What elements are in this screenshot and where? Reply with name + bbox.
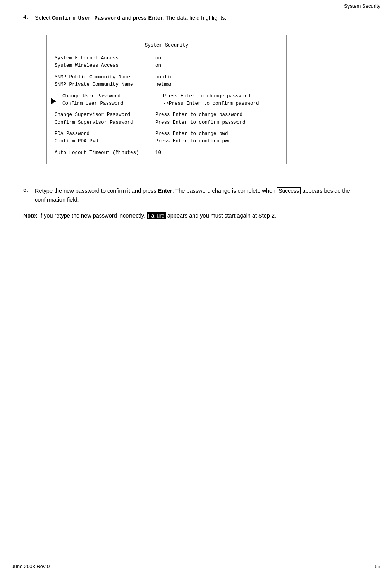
- arrow-group: Change User Password Press Enter to chan…: [55, 93, 279, 108]
- note-text: Note: If you retype the new password inc…: [23, 212, 369, 220]
- footer-right: 55: [375, 563, 380, 569]
- page-content: 4. Select Confirm User Password and pres…: [0, 0, 392, 236]
- screen-title: System Security: [55, 42, 279, 49]
- note-label: Note:: [23, 212, 38, 219]
- page-header: System Security: [344, 3, 380, 9]
- step-5-number: 5.: [23, 187, 35, 193]
- screen-row-change-user-pw: Change User Password Press Enter to chan…: [62, 93, 279, 100]
- screen-row-snmp-private: SNMP Private Community Name netman: [55, 81, 279, 88]
- screen-row-pda-pw: PDA Password Press Enter to change pwd: [55, 130, 279, 138]
- screen-row-change-super-pw: Change Supervisor Password Press Enter t…: [55, 111, 279, 119]
- screen-row-snmp-public: SNMP Public Community Name public: [55, 74, 279, 81]
- screen-box: System Security System Ethernet Access o…: [46, 35, 287, 164]
- footer-left: June 2003 Rev 0: [12, 563, 50, 569]
- step-4: 4. Select Confirm User Password and pres…: [23, 14, 369, 171]
- screen-row-ethernet: System Ethernet Access on: [55, 55, 279, 62]
- screen-row-auto-logout: Auto Logout Timeout (Minutes) 10: [55, 149, 279, 157]
- screen-diagram: System Security System Ethernet Access o…: [35, 28, 369, 171]
- confirm-user-password-code: Confirm User Password: [52, 15, 120, 21]
- success-badge: Success: [277, 187, 301, 194]
- note-section: Note: If you retype the new password inc…: [23, 212, 369, 220]
- failure-badge: Failure: [147, 212, 166, 219]
- step-4-number: 4.: [23, 14, 35, 20]
- step-5: 5. Retype the new password to confirm it…: [23, 187, 369, 204]
- screen-row-confirm-super-pw: Confirm Supervisor Password Press Enter …: [55, 119, 279, 126]
- arrow-indicator: [51, 98, 56, 107]
- screen-row-confirm-pda-pw: Confirm PDA Pwd Press Enter to confirm p…: [55, 138, 279, 145]
- screen-row-wireless: System Wireless Access on: [55, 62, 279, 69]
- step-4-body: Select Confirm User Password and press E…: [35, 14, 369, 171]
- step-5-body: Retype the new password to confirm it an…: [35, 187, 369, 204]
- header-title: System Security: [344, 3, 380, 9]
- screen-row-confirm-user-pw: Confirm User Password ->Press Enter to c…: [62, 100, 279, 107]
- page-footer: June 2003 Rev 0 55: [0, 563, 392, 569]
